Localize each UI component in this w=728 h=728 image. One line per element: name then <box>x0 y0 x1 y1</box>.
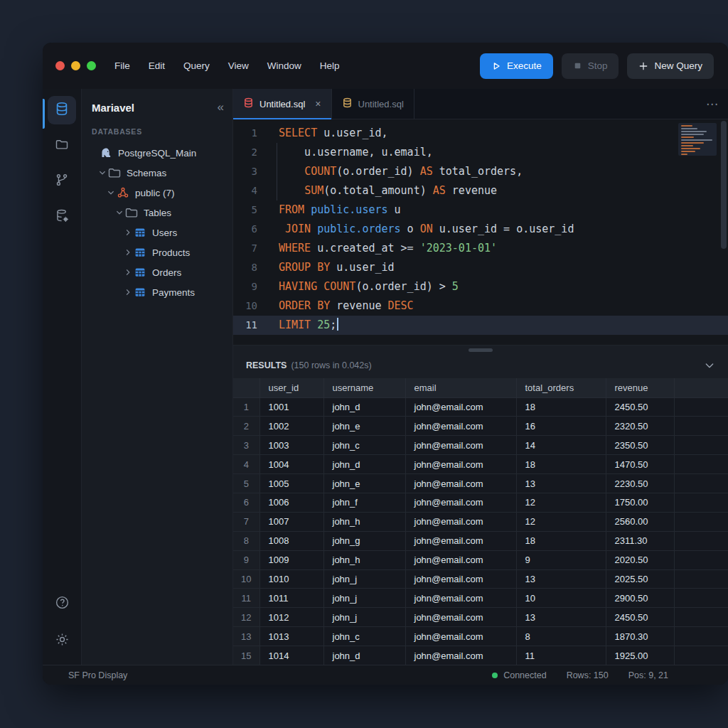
line-number: 5 <box>233 200 264 220</box>
column-header-revenue[interactable]: revenue <box>606 378 674 397</box>
tree-item-schemas[interactable]: Schemas <box>82 163 232 183</box>
tab-2[interactable]: Untitled.sql <box>332 89 414 119</box>
table-row[interactable]: 151014john_djohn@email.com111925.00 <box>233 646 728 665</box>
menu-help[interactable]: Help <box>320 60 340 71</box>
cell-revenue: 2900.50 <box>606 589 674 608</box>
cell-filler <box>674 550 728 569</box>
rail-export-button[interactable] <box>48 203 76 231</box>
results-grid: user_idusernameemailtotal_ordersrevenue … <box>233 378 728 665</box>
cell-total_orders: 13 <box>516 608 606 627</box>
row-number: 11 <box>233 589 259 608</box>
line-number: 4 <box>233 181 264 200</box>
tree-item-payments[interactable]: Payments <box>82 282 232 302</box>
table-row[interactable]: 41004john_djohn@email.com181470.50 <box>233 455 728 474</box>
cell-revenue: 1750.00 <box>606 493 674 512</box>
cell-revenue: 2450.50 <box>606 608 674 627</box>
file-db-icon <box>342 97 353 110</box>
table-row[interactable]: 81008john_gjohn@email.com182311.30 <box>233 531 728 550</box>
folder-icon <box>107 166 122 180</box>
tab-label: Untitled.sql <box>259 99 305 109</box>
rail-settings-button[interactable] <box>48 626 76 655</box>
table-row[interactable]: 11001john_djohn@email.com182450.50 <box>233 397 728 417</box>
column-header-user_id[interactable]: user_id <box>259 378 323 397</box>
table-row[interactable]: 31003john_cjohn@email.com142350.50 <box>233 436 728 455</box>
rail-databases-button[interactable] <box>48 96 76 124</box>
cell-username: john_c <box>323 627 405 646</box>
line-number: 11 <box>233 316 264 335</box>
column-header-filler <box>674 378 728 397</box>
code-text: WHERE u.created_at >= '2023-01-01' <box>264 239 497 258</box>
cell-user_id: 1010 <box>259 569 323 589</box>
tab-label: Untitled.sql <box>358 99 404 109</box>
zoom-window-button[interactable] <box>87 61 96 70</box>
editor-scrollbar[interactable] <box>721 121 727 249</box>
cell-username: john_c <box>323 436 405 455</box>
menu-file[interactable]: File <box>114 60 130 71</box>
table-icon <box>133 246 147 259</box>
tree-item-public-7-[interactable]: public (7) <box>82 183 232 203</box>
elephant-icon <box>99 146 113 160</box>
table-row[interactable]: 91009john_hjohn@email.com92020.50 <box>233 550 728 569</box>
rail-files-button[interactable] <box>48 132 76 160</box>
table-row[interactable]: 111011john_jjohn@email.com102900.50 <box>233 589 728 608</box>
table-row[interactable]: 51005john_ejohn@email.com132230.50 <box>233 474 728 493</box>
tab-1-active[interactable]: Untitled.sql× <box>233 89 332 119</box>
cell-user_id: 1012 <box>259 608 323 627</box>
cell-email: john@email.com <box>405 550 516 569</box>
cell-email: john@email.com <box>405 512 516 531</box>
cell-filler <box>674 436 728 455</box>
code-text: ORDER BY revenue DESC <box>264 296 414 316</box>
column-header-email[interactable]: email <box>405 378 516 397</box>
column-header-username[interactable]: username <box>323 378 405 397</box>
table-row[interactable]: 131013john_cjohn@email.com81870.30 <box>233 627 728 646</box>
new-query-button[interactable]: New Query <box>627 53 714 79</box>
table-row[interactable]: 121012john_jjohn@email.com132450.50 <box>233 608 728 627</box>
rail-help-button[interactable] <box>48 589 76 618</box>
execute-button[interactable]: Execute <box>480 53 553 79</box>
tree-item-users[interactable]: Users <box>82 223 232 242</box>
cell-user_id: 1003 <box>259 436 323 455</box>
cell-user_id: 1013 <box>259 627 323 646</box>
results-title: RESULTS <box>246 360 287 370</box>
code-text: HAVING COUNT(o.order_id) > 5 <box>264 277 459 296</box>
sql-editor[interactable]: 1SELECT u.user_id,2 u.username, u.email,… <box>233 119 728 345</box>
column-header-total_orders[interactable]: total_orders <box>516 378 606 397</box>
tab-overflow-icon[interactable]: ⋯ <box>706 89 718 119</box>
stop-button[interactable]: Stop <box>562 53 619 79</box>
code-text: SELECT u.user_id, <box>264 124 388 143</box>
close-window-button[interactable] <box>55 61 65 70</box>
minimize-window-button[interactable] <box>71 61 80 70</box>
cell-revenue: 2025.50 <box>606 569 674 589</box>
cell-username: john_d <box>323 397 405 417</box>
collapse-results-icon[interactable] <box>704 360 715 371</box>
results-meta: (150 rows in 0.042s) <box>291 360 371 370</box>
tree-item-postgresql-main[interactable]: PostgreSQL_Main <box>82 143 232 163</box>
menu-query[interactable]: Query <box>183 60 210 71</box>
tree-item-label: Tables <box>144 208 171 218</box>
menu-edit[interactable]: Edit <box>149 60 165 71</box>
tree-item-label: public (7) <box>135 188 175 198</box>
menu-view[interactable]: View <box>228 60 249 71</box>
cell-user_id: 1008 <box>259 531 323 550</box>
file-db-icon <box>243 97 254 110</box>
cell-username: john_h <box>323 512 405 531</box>
table-row[interactable]: 61006john_fjohn@email.com121750.00 <box>233 493 728 512</box>
row-number: 15 <box>233 646 259 665</box>
table-row[interactable]: 71007john_hjohn@email.com122560.00 <box>233 512 728 531</box>
minimap[interactable] <box>678 123 717 156</box>
cell-email: john@email.com <box>405 608 516 627</box>
cell-user_id: 1006 <box>259 493 323 512</box>
rail-connections-button[interactable] <box>48 167 76 196</box>
tree-item-products[interactable]: Products <box>82 242 232 262</box>
tab-close-icon[interactable]: × <box>315 98 321 109</box>
cursor-position: Pos: 9, 21 <box>628 670 668 680</box>
tree-item-tables[interactable]: Tables <box>82 203 232 223</box>
code-line-2: 2 u.username, u.email, <box>233 143 728 162</box>
table-row[interactable]: 101010john_jjohn@email.com132025.50 <box>233 569 728 589</box>
table-row[interactable]: 21002john_ejohn@email.com162320.50 <box>233 417 728 436</box>
menu-window[interactable]: Window <box>267 60 301 71</box>
sidebar: Mariavel « DATABASES PostgreSQL_MainSche… <box>82 89 233 665</box>
sidebar-collapse-icon[interactable]: « <box>218 100 223 114</box>
toolbar-actions: Execute Stop New Query <box>480 53 714 79</box>
tree-item-orders[interactable]: Orders <box>82 262 232 282</box>
